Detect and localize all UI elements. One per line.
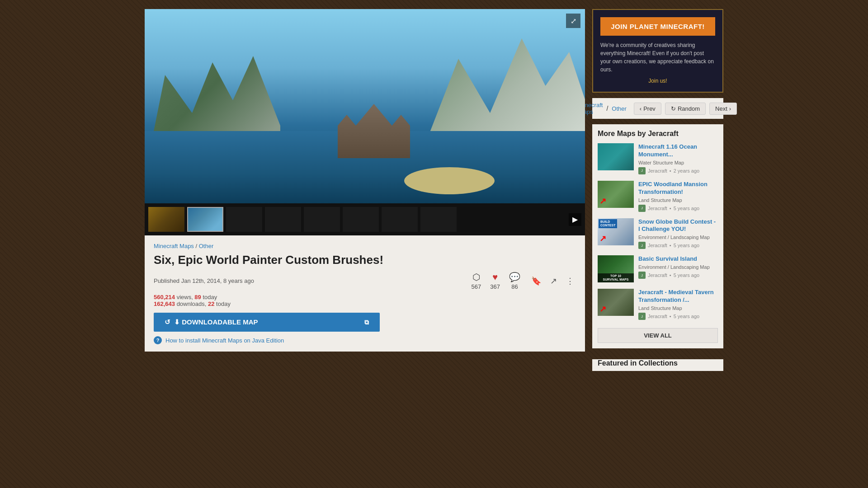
downloads-label: downloads, [177,300,208,307]
next-button[interactable]: Next › [709,103,737,115]
avatar-0: J [638,167,646,174]
help-text: How to install Minecraft Maps on Java Ed… [165,337,284,344]
help-icon: ? [154,336,162,344]
map-author-row-2: J Jeracraft • 5 years ago [638,242,718,249]
author-dot-3: • [670,272,671,278]
sidebar: JOIN PLANET MINECRAFT! We're a community… [592,9,723,371]
map-card-4[interactable]: ↗ Jeracraft - Medieval Tavern Transforma… [598,289,718,320]
red-arrow-4: ↗ [599,304,606,314]
map-name-0: Minecraft 1.16 Ocean Monument... [638,143,718,159]
downloads-today-label: today [216,300,231,307]
thumbnail-1[interactable] [148,207,184,232]
breadcrumb: Minecraft Maps / Other [154,243,576,249]
map-thumb-0 [598,143,634,170]
map-card-1[interactable]: ↗ EPIC Woodland Mansion Transformation! … [598,181,718,212]
map-name-1: EPIC Woodland Mansion Transformation! [638,181,718,196]
author-time-0: 2 years ago [674,168,699,174]
map-card-0[interactable]: Minecraft 1.16 Ocean Monument... Water S… [598,143,718,174]
more-maps-section: More Maps by Jeracraft Minecraft 1.16 Oc… [592,124,723,348]
thumbnail-7[interactable] [382,207,418,232]
map-type-3: Environment / Landscaping Map [638,264,718,270]
map-name-3: Basic Survival Island [638,255,718,263]
map-name-4: Jeracraft - Medieval Tavern Transformati… [638,289,718,304]
hero-image: ⤢ [145,9,585,203]
thumbnail-5[interactable] [304,207,340,232]
diamonds-stat: ⬡ 567 [472,272,481,290]
map-card-2[interactable]: BUILDCONTEST ↗ Snow Globe Build Contest … [598,218,718,249]
views-count: 560,214 [154,294,175,300]
random-button[interactable]: ↻ Random [665,103,706,115]
map-author-row-0: J Jeracraft • 2 years ago [638,167,718,174]
join-box: JOIN PLANET MINECRAFT! We're a community… [592,9,723,93]
author-dot-2: • [670,243,671,248]
join-description: We're a community of creatives sharing e… [600,41,715,74]
top-survival-label: TOP 10SURVIVAL MAPS [598,273,634,283]
more-options-button[interactable]: ⋮ [564,274,576,288]
thumbnails-next-button[interactable]: ▶ [569,213,581,226]
author-name-3: Jeracraft [648,272,667,278]
share-button[interactable]: ↗ [548,274,559,288]
random-icon: ↻ [671,105,676,112]
download-button[interactable]: ↺ ⬇ DOWNLOADABLE MAP ⧉ [154,313,380,332]
comments-count: 86 [511,283,518,290]
join-button[interactable]: JOIN PLANET MINECRAFT! [600,17,715,36]
download-label: ⬇ DOWNLOADABLE MAP [174,318,258,326]
map-author-row-1: J Jeracraft • 5 years ago [638,205,718,212]
views-today-label: today [203,294,217,300]
breadcrumb-minecraft-maps[interactable]: Minecraft Maps [154,243,194,249]
diamond-icon: ⬡ [472,272,480,282]
external-link-icon: ⧉ [364,319,369,326]
download-icon: ↺ [165,318,170,326]
author-name-2: Jeracraft [648,243,667,248]
thumbnail-3[interactable] [226,207,262,232]
avatar-2: J [638,242,646,249]
map-type-0: Water Structure Map [638,160,718,165]
map-thumb-4: ↗ [598,289,634,316]
thumbnails-bar: ▶ [145,203,585,235]
map-thumb-1: ↗ [598,181,634,208]
author-dot-1: • [670,206,671,211]
thumbnail-2[interactable] [187,207,223,232]
heart-icon: ♥ [492,272,498,282]
thumbnail-4[interactable] [265,207,301,232]
view-all-button[interactable]: VIEW ALL [598,328,718,343]
featured-in-collections-title: Featured in Collections [592,359,723,371]
help-link[interactable]: ? How to install Minecraft Maps on Java … [154,336,380,344]
stats-icons: ⬡ 567 ♥ 367 💬 86 🔖 ↗ ⋮ [472,272,576,290]
breadcrumb-separator: / [196,243,199,249]
author-time-2: 5 years ago [674,243,699,248]
map-author-row-3: J Jeracraft • 5 years ago [638,272,718,279]
comments-stat[interactable]: 💬 86 [509,272,520,290]
author-dot-4: • [670,314,671,319]
thumbnail-8[interactable] [420,207,457,232]
random-label: Random [678,105,700,112]
main-content: ⤢ ▶ Minecraft Maps / Other Six, Epic Wor… [145,9,585,352]
author-time-3: 5 years ago [674,272,699,278]
author-time-1: 5 years ago [674,206,699,211]
red-arrow-2: ↗ [599,234,606,244]
breadcrumb-other[interactable]: Other [199,243,214,249]
author-dot-0: • [670,168,671,174]
prev-label: Prev [643,105,656,112]
expand-button[interactable]: ⤢ [566,14,580,28]
nav-separator: / [606,105,608,112]
map-info-2: Snow Globe Build Contest - I Challenge Y… [638,218,718,249]
build-contest-label: BUILDCONTEST [599,219,617,229]
meta-row: Published Jan 12th, 2014, 8 years ago ⬡ … [154,272,576,290]
author-time-4: 5 years ago [674,314,699,319]
prev-arrow-icon: ‹ [640,105,642,112]
hearts-stat[interactable]: ♥ 367 [490,272,500,290]
map-info-4: Jeracraft - Medieval Tavern Transformati… [638,289,718,320]
bookmark-button[interactable]: 🔖 [529,274,543,288]
next-arrow-icon: › [729,105,731,112]
next-label: Next [715,105,727,112]
nav-other[interactable]: Other [612,105,627,112]
join-link[interactable]: Join us! [648,78,667,84]
diamonds-count: 567 [472,283,481,290]
red-arrow-1: ↗ [599,196,606,206]
avatar-3: J [638,272,646,279]
thumbnail-6[interactable] [343,207,379,232]
map-card-3[interactable]: TOP 10SURVIVAL MAPS Basic Survival Islan… [598,255,718,282]
map-info-3: Basic Survival Island Environment / Land… [638,255,718,282]
prev-button[interactable]: ‹ Prev [634,103,661,115]
